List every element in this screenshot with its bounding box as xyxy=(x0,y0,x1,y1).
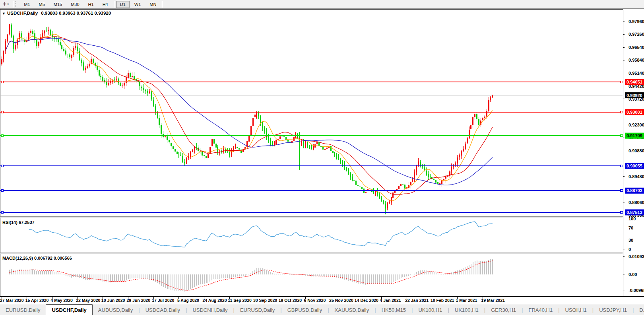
svg-text:0.88060: 0.88060 xyxy=(628,200,644,205)
svg-text:0.00: 0.00 xyxy=(628,272,637,277)
price-badge-0.93920: 0.93920 xyxy=(625,92,644,98)
price-badge-0.90055: 0.90055 xyxy=(625,163,644,169)
chart-ohlc-values: 0.93803 0.93963 0.93761 0.93920 xyxy=(41,11,111,16)
timeframe-button-w1[interactable]: W1 xyxy=(130,1,145,8)
chart-tab-dj30-weekly[interactable]: DJ30,Weekly xyxy=(634,304,644,315)
timeframe-button-h1[interactable]: H1 xyxy=(84,1,98,8)
timeframe-button-h4[interactable]: H4 xyxy=(99,1,112,8)
chart-collapse-icon[interactable]: ▼ xyxy=(2,12,6,16)
chart-window-borders xyxy=(0,9,623,296)
svg-text:1 Mar 2021: 1 Mar 2021 xyxy=(456,298,477,303)
svg-text:0.92300: 0.92300 xyxy=(628,122,644,127)
chart-tab-eurusd-daily[interactable]: EURUSD,Daily xyxy=(235,304,280,315)
rsi-axis: 10070300 xyxy=(623,216,636,252)
svg-text:0.97260: 0.97260 xyxy=(628,32,644,37)
chart-tab-xauusd-daily[interactable]: XAUUSD,Daily xyxy=(329,304,375,315)
chart-tab-uk100-h1[interactable]: UK100,H1 xyxy=(413,304,448,315)
line-handle xyxy=(621,165,623,167)
chart-tab-gbpusd-daily[interactable]: GBPUSD,Daily xyxy=(282,304,328,315)
svg-text:22 May 2020: 22 May 2020 xyxy=(76,298,100,303)
chart-tab-eurusd-daily[interactable]: EURUSD,Daily xyxy=(0,304,46,315)
svg-text:4 May 2020: 4 May 2020 xyxy=(50,298,73,303)
timeframe-button-m5[interactable]: M5 xyxy=(35,1,49,8)
svg-text:70: 70 xyxy=(628,226,633,230)
chart-tab-bar: EURUSD,DailyUSDCHF,DailyAUDUSD,Daily|USD… xyxy=(0,304,644,315)
chart-tab-audusd-daily[interactable]: AUDUSD,Daily xyxy=(93,304,138,315)
chart-tab-uk100-h1[interactable]: UK100,H1 xyxy=(449,304,484,315)
line-handle xyxy=(1,111,3,113)
svg-text:30 Sep 2020: 30 Sep 2020 xyxy=(253,298,277,303)
price-badge-0.87513: 0.87513 xyxy=(625,209,644,215)
svg-text:15 Apr 2020: 15 Apr 2020 xyxy=(25,298,49,303)
svg-text:0.93920: 0.93920 xyxy=(627,93,642,98)
chart-title: ▼USDCHF,Daily0.93803 0.93963 0.93761 0.9… xyxy=(2,11,111,16)
line-handle xyxy=(1,190,3,192)
timeframe-button-group: M1M5M15M30H1H4D1W1MN xyxy=(19,0,161,8)
svg-text:10 Jun 2020: 10 Jun 2020 xyxy=(101,298,125,303)
ma-mid-line xyxy=(6,37,493,195)
ma-fast-line xyxy=(6,34,493,201)
svg-text:6 Nov 2020: 6 Nov 2020 xyxy=(304,298,326,303)
svg-text:0.90880: 0.90880 xyxy=(628,148,644,153)
cursor-tool-button[interactable]: ✛ ▾ xyxy=(0,0,12,8)
price-badge-0.93001: 0.93001 xyxy=(625,109,644,115)
svg-text:10 Feb 2021: 10 Feb 2021 xyxy=(431,298,454,303)
toolbar-divider xyxy=(13,1,14,8)
chart-tab-hk50-m15[interactable]: HK50,M15 xyxy=(376,304,411,315)
rsi-levels xyxy=(0,228,623,240)
chart-tab-usdchf-daily[interactable]: USDCHF,Daily xyxy=(46,304,92,315)
chart-tab-usoil-h1[interactable]: USOil,H1 xyxy=(560,304,592,315)
svg-text:0.91709: 0.91709 xyxy=(627,133,642,138)
line-handle xyxy=(621,190,623,192)
line-handle xyxy=(1,81,3,83)
svg-text:5 Aug 2020: 5 Aug 2020 xyxy=(177,298,199,303)
svg-text:0.95840: 0.95840 xyxy=(628,58,644,62)
svg-text:11 Sep 2020: 11 Sep 2020 xyxy=(228,298,252,303)
svg-text:0: 0 xyxy=(628,247,631,252)
svg-text:14 Dec 2020: 14 Dec 2020 xyxy=(355,298,378,303)
svg-text:100: 100 xyxy=(628,216,636,221)
svg-text:17 Jul 2020: 17 Jul 2020 xyxy=(152,298,174,303)
line-handle xyxy=(1,135,3,137)
top-toolbar: ✛ ▾ M1M5M15M30H1H4D1W1MN xyxy=(0,0,644,9)
line-handle xyxy=(621,81,623,83)
time-axis: 27 Mar 202015 Apr 20204 May 202022 May 2… xyxy=(0,297,644,303)
svg-text:29 Jun 2020: 29 Jun 2020 xyxy=(127,298,151,303)
timeframe-button-m15[interactable]: M15 xyxy=(50,1,66,8)
svg-text:4 Jan 2021: 4 Jan 2021 xyxy=(380,298,401,303)
chart-tab-ger30-h1[interactable]: GER30,H1 xyxy=(485,304,522,315)
chart-tab-usdcnh-daily[interactable]: USDCNH,Daily xyxy=(187,304,233,315)
timeframe-button-m30[interactable]: M30 xyxy=(67,1,83,8)
toolbar-divider xyxy=(114,1,114,8)
toolbar-grip[interactable] xyxy=(16,1,17,7)
line-handle xyxy=(1,211,3,213)
svg-text:25 Nov 2020: 25 Nov 2020 xyxy=(329,298,353,303)
svg-text:0.87513: 0.87513 xyxy=(627,210,642,215)
svg-text:0.95140: 0.95140 xyxy=(628,71,644,76)
toolbar-divider xyxy=(162,1,163,8)
chart-canvas[interactable]: 0.979600.972600.965400.958400.951400.944… xyxy=(0,9,644,304)
timeframe-button-d1[interactable]: D1 xyxy=(116,1,130,8)
macd-indicator-label: MACD(12,26,9) 0.006792 0.006566 xyxy=(2,256,72,261)
chart-tab-usdcad-daily[interactable]: USDCAD,Daily xyxy=(140,304,186,315)
svg-text:0.96540: 0.96540 xyxy=(628,45,644,50)
line-handle xyxy=(621,211,623,213)
macd-axis: 0.0109330.00-0.009653 xyxy=(623,254,644,293)
price-badge-0.91709: 0.91709 xyxy=(625,133,644,139)
svg-text:0.94651: 0.94651 xyxy=(627,80,642,84)
svg-text:19 Mar 2021: 19 Mar 2021 xyxy=(481,298,505,303)
timeframe-button-mn[interactable]: MN xyxy=(145,1,160,8)
line-handle xyxy=(621,135,623,137)
chart-symbol-label: USDCHF,Daily xyxy=(7,11,38,16)
crosshair-tool-icon: ✛ xyxy=(3,2,6,6)
svg-text:0.88703: 0.88703 xyxy=(627,188,642,193)
chart-tab-fra40-h1[interactable]: FRA40,H1 xyxy=(523,304,558,315)
svg-text:19 Oct 2020: 19 Oct 2020 xyxy=(279,298,302,303)
timeframe-button-m1[interactable]: M1 xyxy=(20,1,34,8)
line-handle xyxy=(1,165,3,167)
chart-tab-usdjpy-h1[interactable]: USDJPY,H1 xyxy=(594,304,632,315)
svg-text:-0.009653: -0.009653 xyxy=(628,288,644,293)
mt4-window: ✛ ▾ M1M5M15M30H1H4D1W1MN ▼USDCHF,Daily0.… xyxy=(0,0,644,315)
svg-text:0.90055: 0.90055 xyxy=(627,163,642,168)
svg-text:0.97960: 0.97960 xyxy=(628,19,644,24)
